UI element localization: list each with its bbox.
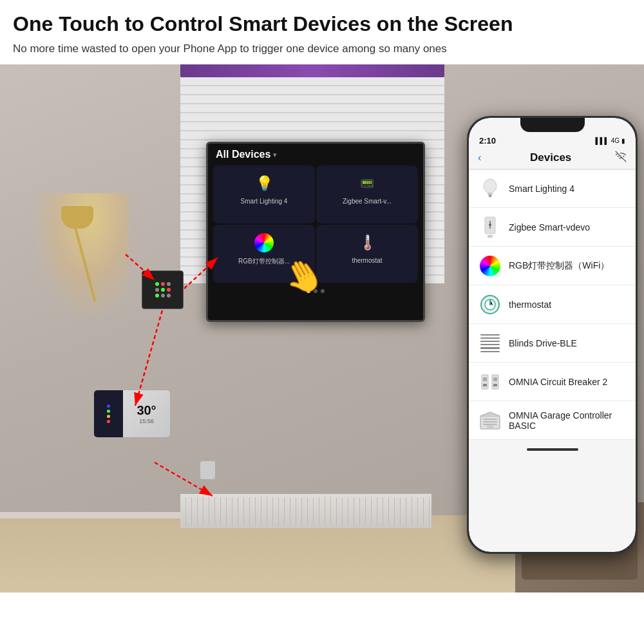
- nav-wifi-icon: [615, 151, 627, 165]
- phone-notch: [520, 118, 585, 132]
- svg-rect-11: [488, 235, 493, 238]
- thermostat-indicators: [94, 390, 123, 437]
- phone-device-name-3: RGB灯带控制器（WiFi）: [509, 260, 627, 272]
- svg-rect-19: [493, 377, 497, 381]
- phone-device-item-4[interactable]: thermostat: [469, 285, 636, 324]
- lamp-head: [61, 206, 93, 229]
- baseboard: [0, 512, 180, 518]
- phone-status-icons: ▌▌▌ 4G ▮: [595, 137, 625, 144]
- phone-nav-bar: ‹ Devices: [469, 147, 636, 169]
- screen-device-4-icon: 🌡️: [355, 231, 379, 254]
- svg-rect-20: [483, 384, 487, 386]
- panel-dot-green-2: [161, 288, 165, 292]
- blinds-icon: [480, 334, 500, 352]
- phone-device-icon-circuit: [478, 370, 502, 394]
- phone-device-name-4: thermostat: [509, 299, 627, 310]
- main-image-area: 30° 15:56 All Devices ▾ 💡 Smart Lighting…: [0, 64, 644, 592]
- phone-screen: 2:10 ▌▌▌ 4G ▮ ‹ Devices: [469, 118, 636, 552]
- panel-dot-gray-3: [161, 294, 165, 298]
- phone-device-icon-garage: [478, 408, 502, 433]
- thermostat-wall-device[interactable]: 30° 15:56: [93, 390, 171, 438]
- phone-device-item-5[interactable]: Blinds Drive-BLE: [469, 324, 636, 363]
- phone-device-icon-zigbee: [478, 215, 502, 240]
- thermostat-time: 15:56: [139, 418, 154, 424]
- phone-device-item-2[interactable]: Zigbee Smart-vdevo: [469, 208, 636, 247]
- network-type: 4G: [611, 137, 620, 144]
- phone-device-item-3[interactable]: RGB灯带控制器（WiFi）: [469, 247, 636, 285]
- screen-device-3-label: RGB灯带控制器...: [238, 257, 290, 266]
- window-blind-bar: [180, 64, 444, 77]
- pipe-connector: [200, 460, 216, 480]
- phone-device-icon-blinds: [478, 331, 502, 355]
- screen-device-2[interactable]: 📟 Zigbee Smart-v...: [316, 166, 418, 223]
- screen-dot-3: [321, 289, 325, 293]
- therm-dot-orange: [107, 415, 110, 418]
- svg-rect-17: [492, 375, 498, 389]
- panel-dot-green-1: [155, 282, 159, 286]
- nav-title: Devices: [486, 151, 615, 164]
- battery-icon: ▮: [621, 137, 625, 144]
- phone-device-item-6[interactable]: OMNIA Circuit Breaker 2: [469, 363, 636, 401]
- baseboard-heater: [180, 493, 431, 528]
- panel-dot-gray-2: [155, 288, 159, 292]
- header-section: One Touch to Control Smart Devices on th…: [0, 0, 644, 64]
- phone-device-name-7: OMNIA Garage Controller BASIC: [509, 410, 627, 431]
- svg-rect-21: [493, 384, 497, 386]
- panel-dot-red-2: [167, 288, 171, 292]
- wall-controller-panel[interactable]: [142, 270, 184, 309]
- therm-dot-blue: [107, 404, 110, 408]
- nav-back-button[interactable]: ‹: [478, 152, 481, 164]
- signal-bars-icon: ▌▌▌: [595, 137, 609, 144]
- thermostat-display: 30° 15:56: [123, 390, 170, 437]
- screen-device-2-icon: 📟: [355, 172, 379, 195]
- heater-lines: [180, 497, 431, 526]
- panel-dot-red-1: [161, 282, 165, 286]
- page-subtitle: No more time wasted to open your Phone A…: [13, 41, 631, 57]
- screen-device-4-label: thermostat: [352, 257, 382, 264]
- screen-title: All Devices: [216, 149, 270, 160]
- panel-dot-gray-1: [167, 282, 171, 286]
- phone-device-name-1: Smart Lighting 4: [509, 184, 627, 194]
- phone-time: 2:10: [479, 136, 496, 146]
- screen-device-2-label: Zigbee Smart-v...: [343, 198, 392, 205]
- phone-device-list: Smart Lighting 4 Zigbee Smart-vdevo: [469, 169, 636, 459]
- panel-dot-row-3: [155, 294, 171, 298]
- phone-device-name-2: Zigbee Smart-vdevo: [509, 222, 627, 232]
- phone-device-icon-rgb: [478, 254, 502, 278]
- therm-dot-red: [107, 420, 110, 423]
- svg-rect-26: [487, 425, 493, 429]
- screen-device-1-label: Smart Lighting 4: [241, 198, 288, 205]
- svg-rect-18: [483, 377, 487, 381]
- screen-header-arrow: ▾: [273, 151, 276, 158]
- home-indicator: [527, 448, 578, 451]
- phone-device-icon-thermostat: [478, 292, 502, 317]
- screen-device-4[interactable]: 🌡️ thermostat: [316, 225, 418, 283]
- screen-header: All Devices ▾: [208, 144, 423, 163]
- therm-dot-green: [107, 410, 110, 413]
- svg-rect-16: [482, 375, 488, 389]
- phone-device-item-7[interactable]: OMNIA Garage Controller BASIC: [469, 401, 636, 440]
- phone-device-name-5: Blinds Drive-BLE: [509, 338, 627, 348]
- panel-dot-gray-4: [167, 294, 171, 298]
- thermostat-temperature: 30°: [137, 403, 156, 418]
- svg-rect-8: [488, 194, 492, 196]
- phone-device-item-1[interactable]: Smart Lighting 4: [469, 169, 636, 208]
- screen-device-3-icon: [252, 231, 276, 254]
- svg-rect-25: [483, 424, 497, 425]
- svg-rect-9: [489, 196, 491, 197]
- svg-rect-7: [488, 193, 493, 194]
- svg-point-13: [489, 223, 491, 226]
- screen-device-1[interactable]: 💡 Smart Lighting 4: [213, 166, 315, 223]
- phone-device-name-6: OMNIA Circuit Breaker 2: [509, 377, 627, 387]
- panel-dot-row-2: [155, 288, 171, 292]
- svg-point-6: [484, 179, 497, 193]
- phone-mockup: 2:10 ▌▌▌ 4G ▮ ‹ Devices: [467, 116, 638, 554]
- page-title: One Touch to Control Smart Devices on th…: [13, 12, 631, 36]
- svg-rect-24: [483, 421, 497, 422]
- svg-rect-23: [483, 419, 497, 420]
- screen-device-1-icon: 💡: [252, 172, 276, 195]
- touch-screen-panel[interactable]: All Devices ▾ 💡 Smart Lighting 4 📟 Zigbe…: [206, 142, 425, 322]
- panel-dot-green-3: [155, 294, 159, 298]
- phone-device-icon-bulb: [478, 176, 502, 201]
- panel-dot-row-1: [155, 282, 171, 286]
